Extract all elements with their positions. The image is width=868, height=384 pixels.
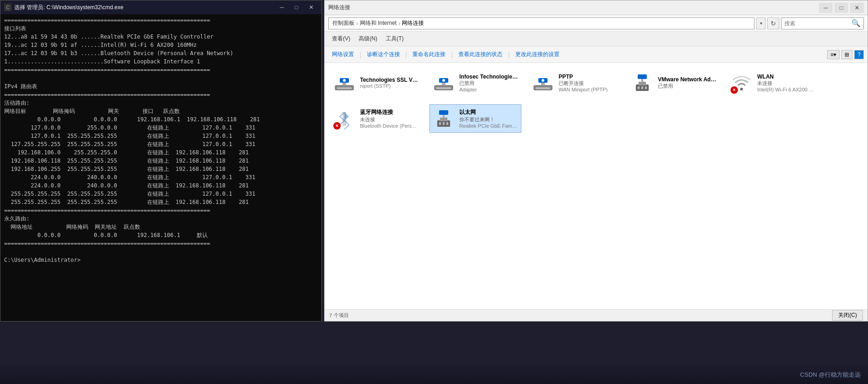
adapter-infosec-vpn[interactable]: Infosec Technologies VPN 已禁用 Adapter [429,68,521,97]
address-sep-1: › [356,21,358,26]
net-adapters-grid: Technologies SSL VPN niport (SSTP) Infos [330,68,862,133]
address-path[interactable]: 控制面板 › 网络和 Internet › 网络连接 [328,17,754,29]
adapter-name-pptp: PPTP [559,73,617,80]
menu-tools[interactable]: 工具(T) [382,33,407,45]
address-bar: 控制面板 › 网络和 Internet › 网络连接 ▾ ↻ 🔍 [325,15,868,32]
adapter-subname-ethernet: Realtek PCIe GbE Family Contr... [459,123,518,129]
svg-point-9 [442,79,445,82]
taskbar: CSDN @行稳方能走远 [0,366,868,384]
cmd-window: C 选择 管理员: C:\Windows\system32\cmd.exe ─ … [0,0,322,322]
svg-point-22 [740,88,743,90]
adapter-name-ethernet: 以太网 [459,108,518,116]
adapter-vmware[interactable]: VMware Network Adapter VMnet1 已禁用 [628,68,720,97]
adapter-subname-pptp: WAN Miniport (PPTP) [559,87,617,92]
network-window: 网络连接 ─ □ ✕ 控制面板 › 网络和 Internet › 网络连接 ▾ … [324,0,868,322]
adapter-row-ethernet: 以太网 你不要过来啊！ Realtek PCIe GbE Family Cont… [433,107,518,130]
svg-rect-30 [439,110,448,115]
adapter-subname-ssl-vpn: niport (SSTP) [360,83,419,89]
adapter-name-infosec-vpn: Infosec Technologies VPN [459,73,518,80]
address-part-1: 控制面板 [332,19,354,27]
adapter-info-ssl-vpn: Technologies SSL VPN niport (SSTP) [360,77,419,89]
adapter-name-wlan: WLAN [757,73,816,80]
address-part-3: 网络连接 [402,19,424,27]
adapter-row-vmware: VMware Network Adapter VMnet1 已禁用 [631,72,717,94]
adapter-subname-infosec-vpn: Adapter [459,87,518,92]
adapter-pptp[interactable]: PPTP 已断开连接 WAN Miniport (PPTP) [529,68,621,97]
svg-point-14 [542,79,544,82]
cmd-output: ========================================… [4,16,318,264]
cmd-close-button[interactable]: ✕ [305,3,318,12]
svg-rect-1 [337,87,352,89]
adapter-icon-infosec-vpn [433,72,455,94]
net-maximize-button[interactable]: □ [834,3,848,13]
menu-advanced[interactable]: 高级(N) [355,33,381,45]
adapter-name-ssl-vpn: Technologies SSL VPN [360,77,419,83]
net-content: Technologies SSL VPN niport (SSTP) Infos [325,63,868,309]
svg-rect-18 [645,86,647,89]
svg-rect-21 [638,74,647,79]
cmd-title-text: 选择 管理员: C:\Windows\system32\cmd.exe [14,4,123,11]
adapter-wlan[interactable]: ✕ WLAN 未连接 Intel(R) Wi-Fi 6 AX200 160MHz [727,68,819,97]
adapter-subname-bluetooth: Bluetooth Device (Personal Ar... [360,123,419,129]
action-view-status[interactable]: 查看此连接的状态 [455,49,506,60]
svg-rect-16 [638,86,640,89]
action-change-settings[interactable]: 更改此连接的设置 [512,49,563,60]
svg-rect-6 [436,87,451,89]
action-network-settings[interactable]: 网络设置 [328,49,358,60]
svg-rect-19 [639,82,646,85]
adapter-info-wlan: WLAN 未连接 Intel(R) Wi-Fi 6 AX200 160MHz [757,73,816,92]
view-details-button[interactable]: ≡▾ [827,50,839,59]
adapter-icon-vmware [631,72,653,94]
net-action-toolbar: 网络设置 | 诊断这个连接 | 重命名此连接 | 查看此连接的状态 | 更改此连… [325,46,868,63]
action-rename[interactable]: 重命名此连接 [409,49,449,60]
adapter-status-ethernet: 你不要过来啊！ [459,116,518,123]
adapter-subname-wlan: Intel(R) Wi-Fi 6 AX200 160MHz [757,87,816,92]
cmd-maximize-button[interactable]: □ [290,3,303,12]
cmd-titlebar: C 选择 管理员: C:\Windows\system32\cmd.exe ─ … [0,0,321,14]
disconnect-icon-wlan: ✕ [731,86,738,94]
adapter-status-vmware: 已禁用 [658,83,717,90]
net-statusbar: 7 个项目 关闭(C) [325,309,868,321]
net-close-button[interactable]: ✕ [850,3,864,13]
view-icons-button[interactable]: ⊞ [841,50,852,59]
search-input[interactable] [784,20,850,27]
adapter-status-pptp: 已断开连接 [559,80,617,87]
cmd-content-area: ========================================… [0,14,321,321]
adapter-icon-bluetooth: ✕ [333,107,355,130]
toolbar2-right-area: ≡▾ ⊞ ? [827,50,864,59]
adapter-status-infosec-vpn: 已禁用 [459,80,518,87]
cmd-icon: C [4,4,11,11]
action-diagnose[interactable]: 诊断这个连接 [363,49,404,60]
net-titlebar: 网络连接 ─ □ ✕ [325,0,868,15]
address-dropdown-button[interactable]: ▾ [756,17,765,29]
svg-rect-28 [440,118,447,121]
adapter-ethernet[interactable]: 以太网 你不要过来啊！ Realtek PCIe GbE Family Cont… [429,104,521,133]
search-icon: 🔍 [851,19,861,28]
disconnect-icon-bluetooth: ✕ [333,122,341,130]
adapter-icon-pptp [532,72,554,94]
cmd-title-area: C 选择 管理员: C:\Windows\system32\cmd.exe [4,4,123,11]
net-title-text: 网络连接 [328,4,350,11]
help-button[interactable]: ? [854,50,864,59]
adapter-info-infosec-vpn: Infosec Technologies VPN 已禁用 Adapter [459,73,518,92]
adapter-name-vmware: VMware Network Adapter VMnet1 [658,76,717,83]
adapter-icon-wlan: ✕ [731,72,753,94]
svg-rect-26 [443,122,445,125]
adapter-name-bluetooth: 蓝牙网络连接 [360,108,419,116]
cmd-minimize-button[interactable]: ─ [275,3,288,12]
search-box[interactable]: 🔍 [781,17,864,29]
menu-view[interactable]: 查看(V) [328,33,354,45]
svg-rect-11 [536,87,550,89]
address-refresh-button[interactable]: ↻ [767,17,779,29]
adapter-bluetooth[interactable]: ✕ 蓝牙网络连接 未连接 Bluetooth Device (Personal … [330,104,422,133]
adapter-row-bluetooth: ✕ 蓝牙网络连接 未连接 Bluetooth Device (Personal … [333,107,419,130]
statusbar-close-button[interactable]: 关闭(C) [832,310,863,321]
svg-rect-17 [641,86,643,89]
adapter-row-wlan: ✕ WLAN 未连接 Intel(R) Wi-Fi 6 AX200 160MHz [731,72,816,94]
address-sep-2: › [399,21,400,26]
net-minimize-button[interactable]: ─ [819,3,833,13]
adapter-ssl-vpn[interactable]: Technologies SSL VPN niport (SSTP) [330,68,422,97]
adapter-info-ethernet: 以太网 你不要过来啊！ Realtek PCIe GbE Family Cont… [459,108,518,129]
net-menubar: 查看(V) 高级(N) 工具(T) [325,32,868,46]
adapter-info-bluetooth: 蓝牙网络连接 未连接 Bluetooth Device (Personal Ar… [360,108,419,129]
